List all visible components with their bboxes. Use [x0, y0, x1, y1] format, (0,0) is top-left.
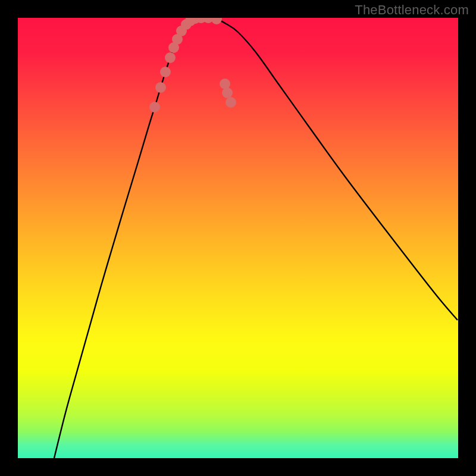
curve-marker: [160, 67, 171, 77]
plot-area: [18, 18, 458, 458]
curve-marker: [226, 97, 236, 108]
plot-svg: [18, 18, 458, 458]
attribution-text: TheBottleneck.com: [355, 2, 469, 18]
curve-marker: [155, 82, 166, 93]
curve-marker: [149, 102, 160, 112]
curve-marker: [165, 52, 176, 63]
curve-marker: [222, 87, 233, 98]
chart-frame: TheBottleneck.com: [0, 0, 476, 476]
